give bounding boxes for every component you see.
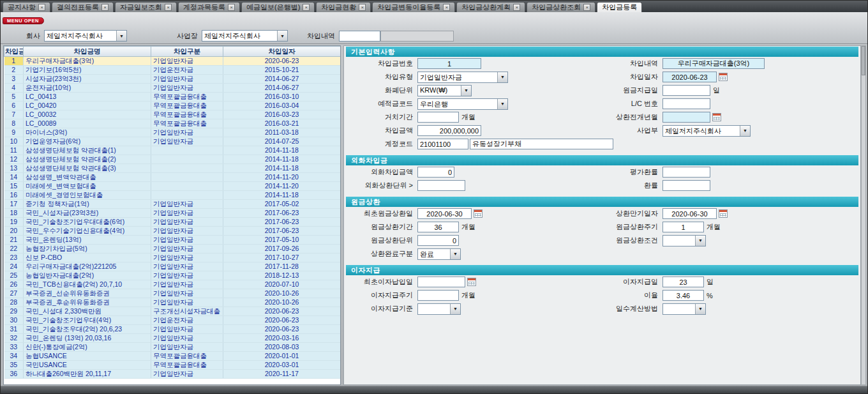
interest-basis-select[interactable]: ▼ bbox=[417, 303, 461, 315]
principal-repay-condition-select[interactable]: ▼ bbox=[662, 235, 706, 246]
deposit-code-select[interactable]: 우리은행 ▼ bbox=[417, 98, 508, 110]
loan-row[interactable]: 34 농협USANCE 무역포괄금융대출 2020-01-01 bbox=[4, 352, 341, 361]
tab[interactable]: 차입금현황 × bbox=[316, 2, 371, 12]
menu-open-button[interactable]: MENU OPEN bbox=[3, 17, 44, 24]
loan-row[interactable]: 1 우리구매자금대출(3억) 기업일반자금 2020-06-23 bbox=[4, 57, 341, 66]
chevron-down-icon[interactable]: ▼ bbox=[461, 86, 471, 96]
loan-row[interactable]: 30 국민_기술창조기업우대(4억) 기업운전자금 2020-06-23 bbox=[4, 316, 341, 325]
chevron-down-icon[interactable]: ▼ bbox=[116, 31, 126, 41]
day-count-method-select[interactable]: ▼ bbox=[662, 303, 706, 315]
loan-row[interactable]: 11 삼성생명단체보험 약관대출(1) 2014-11-18 bbox=[4, 146, 341, 155]
tab[interactable]: 결의전표등록 × bbox=[52, 2, 114, 12]
chevron-down-icon[interactable]: ▼ bbox=[740, 126, 750, 136]
chevron-down-icon[interactable]: ▼ bbox=[695, 236, 705, 246]
tab-close-icon[interactable]: × bbox=[303, 4, 310, 11]
vertical-scrollbar[interactable] bbox=[861, 45, 866, 385]
calendar-icon[interactable] bbox=[719, 209, 728, 218]
loan-row[interactable]: 35 국민USANCE 무역포괄금융대출 2020-03-01 bbox=[4, 361, 341, 370]
loan-date-input[interactable] bbox=[662, 72, 717, 82]
grace-period-input[interactable] bbox=[417, 112, 459, 123]
calendar-icon[interactable] bbox=[712, 113, 721, 121]
tab-close-icon[interactable]: × bbox=[443, 4, 450, 11]
principal-repay-cycle-input[interactable] bbox=[662, 222, 704, 232]
loan-description-input[interactable] bbox=[662, 58, 765, 69]
loan-row[interactable]: 10 기업운영자금(6억) 기업일반자금 2014-07-25 bbox=[4, 137, 341, 146]
chevron-down-icon[interactable]: ▼ bbox=[277, 31, 287, 41]
loan-row[interactable]: 33 신한(-)통장예금(2억) 기업일반자금 2020-08-03 bbox=[4, 343, 341, 352]
loan-row[interactable]: 36 하나대출260백만원 20,11,17 기업일반자금 2020-11-17 bbox=[4, 370, 341, 379]
tab-close-icon[interactable]: × bbox=[38, 4, 45, 11]
loan-number-input[interactable] bbox=[417, 58, 481, 69]
fx-loan-amount-input[interactable] bbox=[417, 167, 454, 178]
fx-repay-unit-input[interactable] bbox=[417, 180, 465, 191]
scrollbar-thumb[interactable] bbox=[862, 46, 865, 75]
tab[interactable]: 계정과목등록 × bbox=[178, 2, 240, 12]
chevron-down-icon[interactable]: ▼ bbox=[695, 304, 705, 314]
tab[interactable]: 차입금상환계획 × bbox=[456, 2, 525, 12]
interest-rate-input[interactable] bbox=[662, 290, 704, 301]
chevron-down-icon[interactable]: ▼ bbox=[450, 249, 460, 259]
loan-row[interactable]: 7 LC_00032 무역포괄금융대출 2016-03-23 bbox=[4, 110, 341, 119]
loan-amount-input[interactable] bbox=[417, 125, 481, 136]
loan-row[interactable]: 29 국민_시설대 2,330백만원 구조개선시설자금대출 2020-06-23 bbox=[4, 307, 341, 316]
currency-select[interactable]: KRW(₩) ▼ bbox=[417, 85, 472, 96]
loan-row[interactable]: 26 국민_TCB신용대출(2억) 20,7,10 기업일반자금 2020-07… bbox=[4, 280, 341, 289]
loan-row[interactable]: 25 농협일반자금대출(2억) 기업일반자금 2018-12-13 bbox=[4, 271, 341, 280]
loan-row[interactable]: 5 LC_00413 무역포괄금융대출 2016-03-10 bbox=[4, 93, 341, 102]
loan-row[interactable]: 2 기업기보(16억5천) 기업운전자금 2015-10-21 bbox=[4, 66, 341, 75]
loan-row[interactable]: 8 LC_00089 무역포괄금융대출 2016-03-21 bbox=[4, 119, 341, 128]
loan-row[interactable]: 12 삼성생명단체보험 약관대출(2) 2014-11-18 bbox=[4, 155, 341, 164]
loan-row[interactable]: 9 마이너스(3억) 기업일반자금 2011-03-18 bbox=[4, 128, 341, 137]
first-principal-repay-date-input[interactable] bbox=[417, 208, 472, 219]
loan-row[interactable]: 6 LC_00420 무역포괄금융대출 2016-03-04 bbox=[4, 102, 341, 110]
interest-cycle-input[interactable] bbox=[417, 290, 459, 301]
loan-row[interactable]: 24 우리구매자금대출(2억)221205 기업일반자금 2017-11-28 bbox=[4, 262, 341, 271]
calendar-icon[interactable] bbox=[467, 278, 476, 286]
loan-row[interactable]: 4 운전자금(10억) 기업일반자금 2014-06-27 bbox=[4, 84, 341, 93]
tab[interactable]: 자금일보조회 × bbox=[115, 2, 177, 12]
tab-close-icon[interactable]: × bbox=[513, 4, 520, 11]
division-select[interactable]: 제일저지주식회사 ▼ bbox=[662, 125, 751, 137]
exchange-rate-input[interactable] bbox=[662, 180, 710, 191]
loan-type-select[interactable]: 기업일반자금 ▼ bbox=[417, 72, 508, 83]
first-interest-date-input[interactable] bbox=[417, 277, 465, 287]
tab[interactable]: 차입금변동이율등록 × bbox=[372, 2, 455, 12]
chevron-down-icon[interactable]: ▼ bbox=[497, 99, 507, 109]
maturity-date-input[interactable] bbox=[662, 208, 717, 219]
site-select[interactable]: 제일저지주식회사 ▼ bbox=[202, 30, 288, 42]
loan-row[interactable]: 31 국민_기술창조우대(2억) 20,6,23 기업일반자금 2020-06-… bbox=[4, 325, 341, 334]
loan-row[interactable]: 32 국민_온렌딩 (13억) 20,03,16 기업일반자금 2020-03-… bbox=[4, 334, 341, 343]
repay-complete-select[interactable]: 완료 ▼ bbox=[417, 248, 461, 260]
chevron-down-icon[interactable]: ▼ bbox=[450, 304, 460, 314]
loan-row[interactable]: 13 삼성생명단체보험 약관대출(3) 2014-11-18 bbox=[4, 164, 341, 173]
loan-row[interactable]: 16 미래에셋_경영인보험대출 2014-11-18 bbox=[4, 191, 341, 200]
tab[interactable]: 차입금등록 bbox=[597, 2, 642, 12]
loan-row[interactable]: 15 미래에셋_변액보험대출 2014-11-20 bbox=[4, 182, 341, 191]
loan-row[interactable]: 23 신보 P-CBO 기업일반자금 2017-10-27 bbox=[4, 254, 341, 262]
tab-close-icon[interactable]: × bbox=[583, 4, 590, 11]
tab-close-icon[interactable]: × bbox=[228, 4, 235, 11]
lc-number-input[interactable] bbox=[662, 98, 710, 109]
principal-pay-day-input[interactable] bbox=[662, 85, 710, 96]
account-code-input[interactable] bbox=[417, 139, 468, 149]
company-select[interactable]: 제일저지주식회사 ▼ bbox=[44, 30, 127, 42]
tab[interactable]: 공지사항 × bbox=[3, 2, 50, 12]
loan-row[interactable]: 22 농협장기차입금(5억) 기업일반자금 2017-09-26 bbox=[4, 245, 341, 254]
loan-row[interactable]: 20 국민_우수기술기업신용대출(4억) 기업일반자금 2017-06-23 bbox=[4, 227, 341, 236]
tab-close-icon[interactable]: × bbox=[165, 4, 172, 11]
tab[interactable]: 차입금상환조회 × bbox=[527, 2, 595, 12]
interest-pay-day-input[interactable] bbox=[662, 277, 704, 287]
loan-row[interactable]: 19 국민_기술창조기업우대대출(6억) 기업일반자금 2017-06-23 bbox=[4, 218, 341, 227]
loan-row[interactable]: 3 시설자금(23억3천) 기업일반자금 2014-06-27 bbox=[4, 75, 341, 84]
tab-close-icon[interactable]: × bbox=[359, 4, 366, 11]
tab-close-icon[interactable]: × bbox=[101, 4, 108, 11]
calendar-icon[interactable] bbox=[719, 73, 728, 81]
principal-repay-period-input[interactable] bbox=[417, 222, 459, 232]
loan-row[interactable]: 21 국민_온렌딩(13억) 기업일반자금 2017-05-10 bbox=[4, 236, 341, 245]
principal-repay-unit-input[interactable] bbox=[417, 235, 459, 246]
loan-row[interactable]: 17 중기청 정책자금(1억) 기업일반자금 2017-05-02 bbox=[4, 200, 341, 209]
loan-row[interactable]: 18 국민_시설자금(23억3천) 기업일반자금 2017-06-23 bbox=[4, 209, 341, 218]
valuation-rate-input[interactable] bbox=[662, 167, 710, 178]
pre-repayment-ym-input[interactable] bbox=[662, 112, 710, 123]
loan-row[interactable]: 28 부국증권_후순위유동화증권 기업일반자금 2020-10-26 bbox=[4, 298, 341, 307]
